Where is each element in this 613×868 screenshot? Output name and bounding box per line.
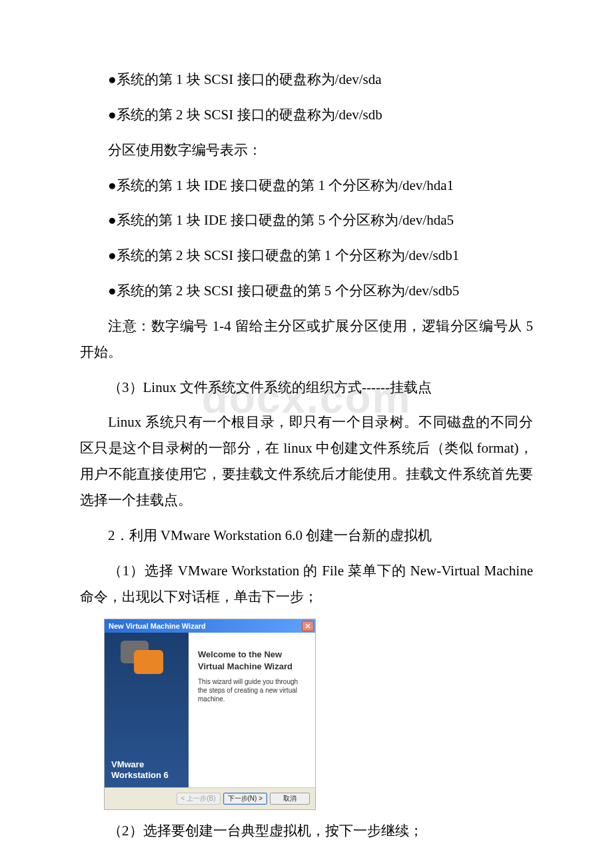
vmware-logo-icon <box>121 641 167 675</box>
wizard-sidebar: VMware Workstation 6 <box>105 633 189 787</box>
heading-line-1: Welcome to the New <box>198 649 306 661</box>
paragraph: ●系统的第 1 块 IDE 接口硬盘的第 1 个分区称为/dev/hda1 <box>80 173 533 199</box>
wizard-brand: VMware Workstation 6 <box>111 759 169 781</box>
paragraph: ●系统的第 2 块 SCSI 接口的硬盘称为/dev/sdb <box>80 102 533 128</box>
wizard-title: New Virtual Machine Wizard <box>109 622 302 630</box>
wizard-window: New Virtual Machine Wizard <box>104 619 316 810</box>
brand-line-2: Workstation 6 <box>111 770 169 781</box>
paragraph: 注意：数字编号 1-4 留给主分区或扩展分区使用，逻辑分区编号从 5 开始。 <box>80 313 533 365</box>
paragraph: （2）选择要创建一台典型虚拟机，按下一步继续； <box>80 818 533 844</box>
wizard-footer: < 上一步(B) 下一步(N) > 取消 <box>105 787 315 809</box>
heading-line-2: Virtual Machine Wizard <box>198 661 306 673</box>
document-content: ●系统的第 1 块 SCSI 接口的硬盘称为/dev/sda ●系统的第 2 块… <box>80 67 533 844</box>
brand-line-1: VMware <box>111 759 169 770</box>
paragraph: ●系统的第 2 块 SCSI 接口硬盘的第 5 个分区称为/dev/sdb5 <box>80 278 533 304</box>
next-button[interactable]: 下一步(N) > <box>223 793 268 805</box>
back-button[interactable]: < 上一步(B) <box>177 793 221 805</box>
cancel-button[interactable]: 取消 <box>270 793 310 805</box>
document-page: docx.com ●系统的第 1 块 SCSI 接口的硬盘称为/dev/sda … <box>0 0 613 868</box>
paragraph: （1）选择 VMware Workstation 的 File 菜单下的 New… <box>80 558 533 610</box>
wizard-body: VMware Workstation 6 Welcome to the New … <box>105 633 315 787</box>
paragraph: 分区使用数字编号表示： <box>80 137 533 163</box>
paragraph: ●系统的第 1 块 IDE 接口硬盘的第 5 个分区称为/dev/hda5 <box>80 207 533 233</box>
paragraph: ●系统的第 2 块 SCSI 接口硬盘的第 1 个分区称为/dev/sdb1 <box>80 243 533 269</box>
paragraph: Linux 系统只有一个根目录，即只有一个目录树。不同磁盘的不同分区只是这个目录… <box>80 409 533 513</box>
wizard-screenshot: New Virtual Machine Wizard <box>104 619 533 810</box>
wizard-description: This wizard will guide you through the s… <box>198 677 306 703</box>
paragraph: （3）Linux 文件系统文件系统的组织方式------挂载点 <box>80 375 533 401</box>
wizard-heading: Welcome to the New Virtual Machine Wizar… <box>198 649 306 672</box>
paragraph: 2．利用 VMware Workstation 6.0 创建一台新的虚拟机 <box>80 523 533 549</box>
wizard-titlebar: New Virtual Machine Wizard <box>105 619 315 633</box>
close-button[interactable] <box>302 621 314 631</box>
paragraph: ●系统的第 1 块 SCSI 接口的硬盘称为/dev/sda <box>80 67 533 93</box>
close-icon <box>305 623 310 629</box>
wizard-content: Welcome to the New Virtual Machine Wizar… <box>189 633 315 787</box>
